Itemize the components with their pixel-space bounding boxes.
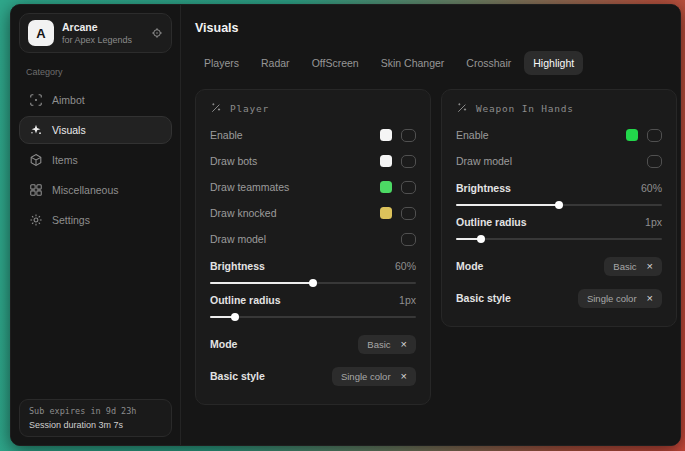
sidebar-item-label: Items — [52, 154, 78, 166]
slider-value: 1px — [399, 294, 416, 306]
slider-row-outline-radius: Outline radius1px — [456, 216, 662, 240]
remove-icon[interactable]: × — [401, 371, 407, 382]
setting-row-enable: Enable — [456, 122, 662, 148]
setting-controls — [380, 129, 416, 142]
slider-label: Outline radius — [456, 216, 527, 228]
cube-icon — [29, 153, 43, 167]
select-chip[interactable]: Basic× — [604, 257, 662, 276]
slider-track[interactable] — [456, 238, 662, 240]
slider-head: Brightness60% — [210, 260, 416, 272]
slider-track[interactable] — [210, 282, 416, 284]
select-label: Mode — [456, 260, 483, 272]
checkbox[interactable] — [401, 155, 416, 168]
slider-value: 60% — [641, 182, 662, 194]
slider-label: Brightness — [456, 182, 511, 194]
color-swatch[interactable] — [380, 129, 392, 141]
slider-track[interactable] — [210, 316, 416, 318]
setting-controls — [647, 155, 662, 168]
sidebar-item-label: Visuals — [52, 124, 86, 136]
color-swatch[interactable] — [380, 207, 392, 219]
slider-thumb[interactable] — [477, 235, 485, 243]
slider-head: Outline radius1px — [456, 216, 662, 228]
setting-label: Enable — [210, 129, 243, 141]
slider-head: Brightness60% — [456, 182, 662, 194]
sidebar-item-label: Settings — [52, 214, 90, 226]
sidebar-item-settings[interactable]: Settings — [19, 206, 172, 234]
select-row-basic-style: Basic styleSingle color× — [210, 360, 416, 392]
checkbox[interactable] — [647, 129, 662, 142]
tab-players[interactable]: Players — [195, 51, 248, 75]
slider-value: 60% — [395, 260, 416, 272]
slider-thumb[interactable] — [309, 279, 317, 287]
sidebar-item-miscellaneous[interactable]: Miscellaneous — [19, 176, 172, 204]
target-icon[interactable] — [151, 27, 163, 39]
select-row-basic-style: Basic styleSingle color× — [456, 282, 662, 314]
tab-offscreen[interactable]: OffScreen — [303, 51, 368, 75]
slider-row-brightness: Brightness60% — [456, 182, 662, 206]
color-swatch[interactable] — [380, 181, 392, 193]
panel-weapon-in-hands: Weapon In HandsEnableDraw modelBrightnes… — [441, 89, 677, 327]
select-row-mode: ModeBasic× — [210, 328, 416, 360]
checkbox[interactable] — [401, 129, 416, 142]
slider-head: Outline radius1px — [210, 294, 416, 306]
sidebar-item-aimbot[interactable]: Aimbot — [19, 86, 172, 114]
checkbox[interactable] — [401, 181, 416, 194]
slider-label: Outline radius — [210, 294, 281, 306]
tab-highlight[interactable]: Highlight — [524, 51, 583, 75]
page-title: Visuals — [195, 21, 677, 35]
select-chip[interactable]: Single color× — [578, 289, 662, 308]
setting-row-draw-bots: Draw bots — [210, 148, 416, 174]
setting-row-draw-knocked: Draw knocked — [210, 200, 416, 226]
wand-icon — [456, 102, 468, 114]
panel-player: PlayerEnableDraw botsDraw teammatesDraw … — [195, 89, 431, 405]
category-label: Category — [26, 67, 165, 77]
slider-thumb[interactable] — [231, 313, 239, 321]
select-label: Basic style — [456, 292, 511, 304]
remove-icon[interactable]: × — [647, 293, 653, 304]
slider-label: Brightness — [210, 260, 265, 272]
select-chip[interactable]: Single color× — [332, 367, 416, 386]
color-swatch[interactable] — [380, 155, 392, 167]
sidebar-item-items[interactable]: Items — [19, 146, 172, 174]
slider-fill — [210, 282, 313, 284]
setting-label: Draw model — [210, 233, 266, 245]
setting-label: Enable — [456, 129, 489, 141]
chip-text: Single color — [341, 371, 391, 382]
sidebar-item-label: Aimbot — [52, 94, 85, 106]
tab-skin-changer[interactable]: Skin Changer — [372, 51, 454, 75]
sparkle-icon — [29, 123, 43, 137]
sidebar-nav: AimbotVisualsItemsMiscellaneousSettings — [19, 84, 172, 236]
setting-row-draw-model: Draw model — [456, 148, 662, 174]
setting-label: Draw bots — [210, 155, 257, 167]
checkbox[interactable] — [401, 233, 416, 246]
color-swatch[interactable] — [626, 129, 638, 141]
slider-track[interactable] — [456, 204, 662, 206]
remove-icon[interactable]: × — [647, 261, 653, 272]
checkbox[interactable] — [647, 155, 662, 168]
slider-value: 1px — [645, 216, 662, 228]
tab-crosshair[interactable]: Crosshair — [457, 51, 520, 75]
app-window: A Arcane for Apex Legends Category Aimbo… — [10, 4, 681, 446]
panels-container: PlayerEnableDraw botsDraw teammatesDraw … — [195, 89, 677, 405]
app-subtitle: for Apex Legends — [62, 35, 132, 45]
sidebar: A Arcane for Apex Legends Category Aimbo… — [11, 5, 181, 445]
slider-thumb[interactable] — [555, 201, 563, 209]
tab-radar[interactable]: Radar — [252, 51, 299, 75]
sidebar-item-visuals[interactable]: Visuals — [19, 116, 172, 144]
remove-icon[interactable]: × — [401, 339, 407, 350]
setting-controls — [380, 207, 416, 220]
app-title: Arcane — [62, 21, 132, 33]
select-label: Mode — [210, 338, 237, 350]
chip-text: Basic — [367, 339, 390, 350]
panel-header: Weapon In Hands — [456, 102, 662, 114]
brand-card: A Arcane for Apex Legends — [19, 13, 172, 53]
setting-label: Draw model — [456, 155, 512, 167]
slider-row-outline-radius: Outline radius1px — [210, 294, 416, 318]
select-chip[interactable]: Basic× — [358, 335, 416, 354]
sub-expires-text: Sub expires in 9d 23h — [29, 406, 162, 416]
sidebar-item-label: Miscellaneous — [52, 184, 119, 196]
gear-icon — [29, 213, 43, 227]
panel-title: Player — [230, 103, 269, 114]
crosshair-icon — [29, 93, 43, 107]
checkbox[interactable] — [401, 207, 416, 220]
